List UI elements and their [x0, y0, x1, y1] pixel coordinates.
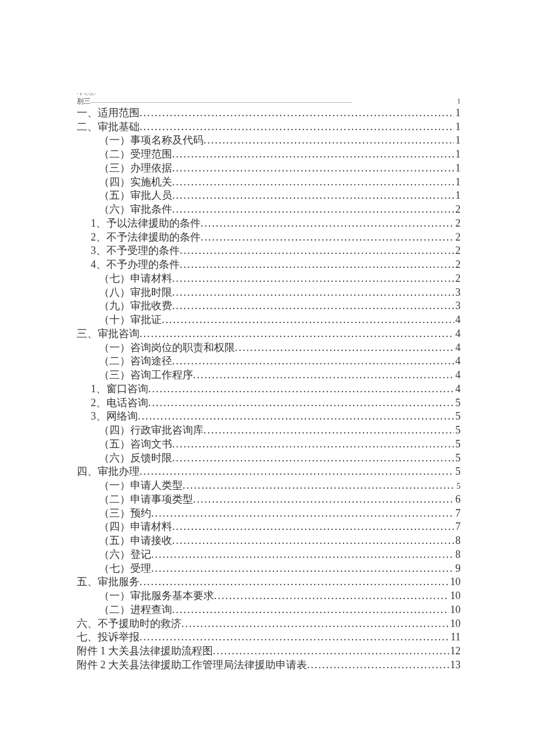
toc-entry-label: 2、电话咨询	[91, 396, 148, 410]
toc-entry-label: 七、投诉举报	[77, 630, 140, 644]
toc-entry-page: 2	[454, 272, 461, 286]
pre-header-text: -ｘ-ʟ-ᴊʟ-	[77, 92, 461, 96]
toc-entry: （三）咨询工作程序...............................…	[77, 368, 461, 382]
toc-entry-page: 12	[449, 644, 461, 658]
toc-entry: 六、不予援助时的救济..............................…	[77, 617, 461, 631]
toc-leader-dots: ........................................…	[235, 341, 454, 355]
toc-leader-dots: ........................................…	[140, 575, 449, 589]
toc-entry: 3、不予受理的条件...............................…	[77, 244, 461, 258]
toc-entry-page: 1	[454, 134, 461, 148]
toc-entry: （三）预约...................................…	[77, 507, 461, 521]
toc-entry-page: 5	[454, 396, 461, 410]
toc-leader-dots: ........................................…	[151, 548, 454, 562]
toc-entry-page: 4	[454, 327, 461, 341]
toc-entry-label: （七）受理	[99, 562, 151, 576]
toc-entry-page: 6	[454, 493, 461, 507]
toc-entry-label: 三、审批咨询	[77, 327, 140, 341]
toc-leader-dots: ........................................…	[204, 134, 454, 148]
document-page: -ｘ-ʟ-ᴊʟ- 刖三.............................…	[0, 0, 535, 756]
toc-entry-label: 3、网络询	[91, 410, 138, 424]
toc-entry-page: 1	[454, 175, 461, 189]
toc-entry-label: （三）预约	[99, 507, 151, 521]
toc-leader-dots: ........................................…	[140, 120, 454, 134]
toc-leader-dots: ........................................…	[172, 286, 454, 300]
toc-entry: （五）审批人员.................................…	[77, 189, 461, 203]
toc-entry-label: 六、不予援助时的救济	[77, 617, 181, 631]
toc-entry-page: 3	[454, 286, 461, 300]
toc-entry: （六）反馈时限.................................…	[77, 452, 461, 465]
toc-entry-page: 1	[454, 189, 461, 203]
toc-entry: 三、审批咨询..................................…	[77, 327, 461, 341]
toc-leader-dots: ........................................…	[181, 617, 449, 631]
toc-entry-label: 3、不予受理的条件	[91, 244, 180, 258]
toc-entry-page: 5	[454, 438, 461, 452]
toc-entry-label: （一）咨询岗位的职责和权限	[99, 341, 235, 355]
toc-leader-dots: ........................................…	[151, 507, 454, 521]
toc-entry: （九）审批收费.................................…	[77, 299, 461, 313]
toc-leader-dots: ........................................…	[180, 258, 454, 272]
toc-entry-label: 1、窗口咨询	[91, 382, 148, 396]
toc-leader-dots: ........................................…	[172, 189, 454, 203]
toc-entry-label: （九）审批收费	[99, 299, 172, 313]
toc-entry-label: （二）咨询途径	[99, 354, 172, 368]
toc-entry-label: 五、审批服务	[77, 575, 140, 589]
toc-entry: 1、予以法律援助的条件.............................…	[77, 217, 461, 231]
toc-entry-page: 4	[454, 368, 461, 382]
toc-entry-label: 1、予以法律援助的条件	[91, 217, 201, 231]
toc-entry-label: （六）审批条件	[99, 203, 172, 217]
toc-entry-page: 8	[454, 534, 461, 548]
toc-entry: 附件 2 大关县法律援助工作管理局法律援助申请表................…	[77, 658, 461, 672]
toc-entry: （三）办理依据.................................…	[77, 162, 461, 175]
toc-entry: 一、适用范围..................................…	[77, 106, 461, 120]
toc-entry: （一）申请人类型 ...............................…	[77, 479, 461, 493]
toc-entry-page: 2	[454, 203, 461, 217]
toc-entry-page: 10	[449, 603, 461, 617]
toc-entry: （七）受理...................................…	[77, 562, 461, 576]
toc-leader-dots: ........................................…	[172, 299, 454, 313]
table-of-contents: 刖三......................................…	[77, 96, 461, 672]
toc-leader-dots: ........................................…	[214, 589, 449, 603]
toc-leader-dots: ........................................…	[140, 465, 454, 479]
toc-entry-label: （四）行政审批咨询库	[99, 424, 204, 438]
toc-entry-page: 5	[454, 424, 461, 438]
toc-entry-label: （一）事项名称及代码	[99, 134, 204, 148]
toc-entry-label: （四）申请材料	[99, 520, 172, 534]
toc-leader-dots: ........................................…	[193, 493, 454, 507]
toc-entry: 四、审批办理..................................…	[77, 465, 461, 479]
toc-entry: （五）申请接收.................................…	[77, 534, 461, 548]
toc-entry-label: （一）申请人类型	[99, 479, 183, 493]
toc-entry-label: （一）审批服务基本要求	[99, 589, 214, 603]
toc-leader-dots: ........................................…	[140, 327, 454, 341]
toc-leader-dots: ........................................…	[148, 396, 454, 410]
toc-entry: （四）实施机关.................................…	[77, 175, 461, 189]
toc-leader-dots: ........................................…	[172, 272, 454, 286]
toc-entry: （五）咨询文书.................................…	[77, 438, 461, 452]
toc-entry-label: （八）审批时限	[99, 286, 172, 300]
toc-entry: （一）审批服务基本要求.............................…	[77, 589, 461, 603]
toc-entry-page: 5	[455, 481, 461, 492]
toc-entry: （十）审批证..................................…	[77, 313, 461, 327]
toc-entry: （一）事项名称及代码..............................…	[77, 134, 461, 148]
toc-leader-dots: ........................................…	[172, 452, 454, 465]
toc-leader-dots: ........................................…	[172, 175, 454, 189]
toc-entry: 七、投诉举报..................................…	[77, 630, 461, 644]
toc-entry-label: 二、审批基础	[77, 120, 140, 134]
toc-entry: 3、网络询...................................…	[77, 410, 461, 424]
toc-entry-page: 1	[454, 106, 461, 120]
toc-entry: （二）受理范围.................................…	[77, 148, 461, 162]
toc-entry-page: 4	[454, 354, 461, 368]
toc-entry: 刖三......................................…	[77, 96, 461, 106]
toc-entry: 2、不予法律援助的条件.............................…	[77, 231, 461, 245]
toc-entry: 2、电话咨询..................................…	[77, 396, 461, 410]
toc-entry-page: 13	[449, 658, 461, 672]
toc-entry-page: 2	[454, 244, 461, 258]
toc-entry: 4、不予办理的条件...............................…	[77, 258, 461, 272]
toc-leader-dots: ........................................…	[201, 231, 454, 245]
toc-entry: （四）行政审批咨询库..............................…	[77, 424, 461, 438]
toc-leader-dots: ........................................…	[172, 148, 454, 162]
toc-leader-dots: ........................................…	[172, 438, 454, 452]
toc-leader-dots: ........................................…	[172, 534, 454, 548]
toc-leader-dots: ........................................…	[172, 520, 454, 534]
toc-entry-label: （三）咨询工作程序	[99, 368, 193, 382]
toc-entry-page: 9	[454, 562, 461, 576]
